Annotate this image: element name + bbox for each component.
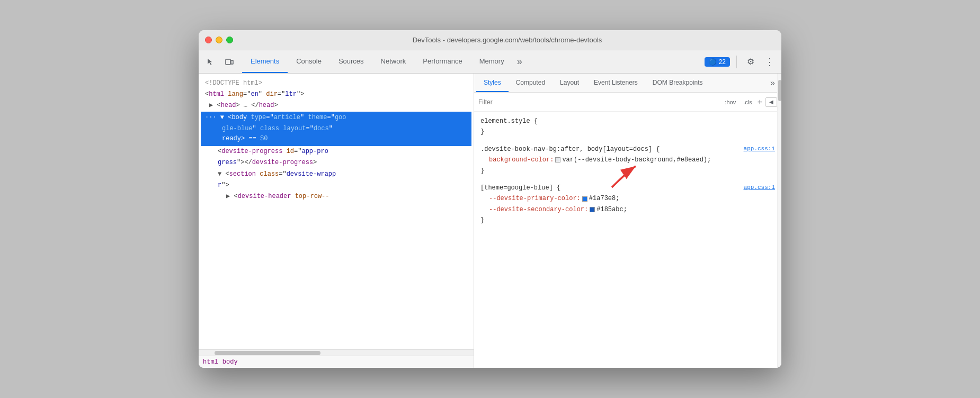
top-toolbar: Elements Console Sources Network Perform… [199,50,781,74]
dom-tree: <!DOCTYPE html> <html lang="en" dir="ltr… [199,74,474,349]
styles-panel: Styles Computed Layout Event Listeners D… [474,74,781,368]
dom-doctype: <!DOCTYPE html> [201,78,471,89]
theme-rule: app.css:1 [theme=google-blue] { --devsit… [480,183,775,226]
devtools-container: Elements Console Sources Network Perform… [199,50,781,368]
dom-devsite-progress1[interactable]: <devsite-progress id="app-pro [201,146,471,157]
tab-computed[interactable]: Computed [509,74,553,92]
devsite-nav-link[interactable]: app.css:1 [744,144,775,154]
add-style-rule-button[interactable]: + [758,97,762,107]
filter-actions: :hov .cls + ◀ [723,97,777,107]
tab-layout[interactable]: Layout [553,74,586,92]
dom-devsite-progress2[interactable]: gress"></devsite-progress> [201,157,471,168]
inspect-element-button[interactable] [203,55,218,69]
svg-rect-0 [226,59,230,65]
dom-section2[interactable]: r"> [201,180,471,191]
filter-bar: :hov .cls + ◀ [474,93,781,112]
devsite-nav-close: } [480,166,775,176]
tab-styles[interactable]: Styles [476,74,509,92]
toggle-element-state-button[interactable]: ◀ [765,97,777,107]
secondary-color-property: --devsite-secondary-color: #185abc; [480,204,775,215]
tab-event-listeners[interactable]: Event Listeners [586,74,645,92]
dom-html[interactable]: <html lang="en" dir="ltr"> [201,89,471,100]
tab-sources[interactable]: Sources [330,50,372,73]
styles-scroll-thumb[interactable] [778,80,781,101]
minimize-button[interactable] [216,37,222,43]
devtools-window: DevTools - developers.google.com/web/too… [199,30,781,368]
tab-memory[interactable]: Memory [471,50,513,73]
tab-dom-breakpoints[interactable]: DOM Breakpoints [645,74,710,92]
hov-filter-button[interactable]: :hov [723,98,738,106]
more-tabs-button[interactable]: » [513,50,527,73]
tab-network[interactable]: Network [372,50,415,73]
main-content: <!DOCTYPE html> <html lang="en" dir="ltr… [199,74,781,368]
window-title: DevTools - developers.google.com/web/too… [239,36,775,44]
dom-section1[interactable]: ▼ <section class="devsite-wrapp [201,169,471,180]
dom-body-cont2: ready> == $0 [201,134,471,146]
breadcrumb-bar: html body [199,356,474,368]
bg-color-property: background-color: var(--devsite-body-bac… [480,155,775,165]
element-style-selector: element.style { [480,116,775,126]
toolbar-icons [203,55,237,69]
styles-tabs: Styles Computed Layout Event Listeners D… [474,74,781,93]
css-rules-content: element.style { } app.css:1 .devsite-boo… [474,112,781,368]
device-toolbar-button[interactable] [222,55,237,69]
toolbar-divider [736,56,737,68]
dom-scrollbar-thumb[interactable] [215,351,320,355]
maximize-button[interactable] [226,37,233,43]
theme-rule-link[interactable]: app.css:1 [744,183,775,193]
dom-body[interactable]: ··· ▼ <body type="article" theme="goo [201,112,471,124]
notification-badge[interactable]: 🔵 22 [705,57,730,67]
styles-filter-input[interactable] [478,98,723,106]
breadcrumb-body[interactable]: body [222,358,238,366]
titlebar: DevTools - developers.google.com/web/too… [199,30,781,50]
devsite-nav-selector-line: app.css:1 .devsite-book-nav-bg:after, bo… [480,144,775,155]
secondary-color-swatch[interactable] [590,207,595,212]
element-style-close: } [480,126,775,137]
svg-rect-1 [231,60,233,64]
tab-elements[interactable]: Elements [242,50,288,73]
toolbar-right: 🔵 22 ⚙ ⋮ [705,55,777,69]
dom-devsite-header[interactable]: ▶ <devsite-header top-row-- [201,191,471,202]
dom-body-cont1: gle-blue" class layout="docs" [201,124,471,134]
close-button[interactable] [205,37,212,43]
breadcrumb-html[interactable]: html [203,358,218,366]
dom-horizontal-scrollbar[interactable] [199,349,474,356]
theme-rule-close: } [480,215,775,225]
primary-color-swatch[interactable] [582,196,587,202]
bg-color-swatch[interactable] [555,157,560,162]
cls-filter-button[interactable]: .cls [741,98,754,106]
more-options-button[interactable]: ⋮ [762,55,777,69]
devsite-nav-rule: app.css:1 .devsite-book-nav-bg:after, bo… [480,144,775,176]
dom-head[interactable]: ▶ <head> … </head> [201,100,471,111]
top-tabs: Elements Console Sources Network Perform… [242,50,705,73]
settings-button[interactable]: ⚙ [743,55,758,69]
dom-panel: <!DOCTYPE html> <html lang="en" dir="ltr… [199,74,474,368]
tab-performance[interactable]: Performance [414,50,470,73]
badge-count: 22 [719,58,726,66]
traffic-lights [205,37,233,43]
element-style-rule: element.style { } [480,116,775,138]
badge-icon: 🔵 [709,58,717,66]
primary-color-property: --devsite-primary-color: #1a73e8; [480,193,775,204]
tab-console[interactable]: Console [288,50,330,73]
styles-scrollbar[interactable] [777,74,781,368]
theme-selector-line: app.css:1 [theme=google-blue] { [480,183,775,193]
